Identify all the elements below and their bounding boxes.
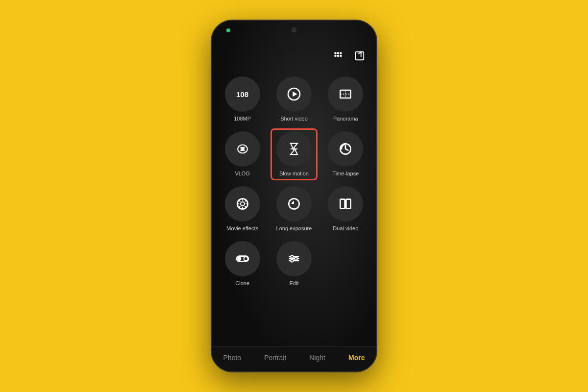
side-button-volume[interactable] <box>376 119 377 148</box>
svg-marker-9 <box>293 92 297 97</box>
mode-icon-time-lapse <box>328 131 363 167</box>
svg-point-5 <box>340 55 342 57</box>
mode-item-dual-video[interactable]: Dual video <box>320 186 371 231</box>
mode-icon-clone <box>225 241 260 276</box>
mode-icon-short-video <box>276 76 312 112</box>
mode-item-edit[interactable]: Edit <box>268 241 319 286</box>
svg-point-38 <box>291 259 293 262</box>
mode-item-time-lapse[interactable]: Time-lapse <box>320 131 371 176</box>
mode-item-slow-motion[interactable]: Slow motion <box>268 131 319 176</box>
mode-item-panorama[interactable]: Panorama <box>320 76 371 122</box>
mode-label-clone: Clone <box>235 280 249 286</box>
mode-icon-panorama <box>328 76 363 112</box>
svg-line-26 <box>239 206 240 208</box>
svg-point-18 <box>241 202 245 206</box>
side-button-power[interactable] <box>376 158 377 187</box>
mode-item-clone[interactable]: Clone <box>217 241 268 286</box>
phone-wrapper: 108 108MP Short video <box>211 20 377 372</box>
svg-point-31 <box>237 257 241 261</box>
svg-point-0 <box>334 52 337 54</box>
mode-item-108mp[interactable]: 108 108MP <box>217 76 268 122</box>
mode-icon-edit <box>276 241 312 276</box>
phone-screen: 108 108MP Short video <box>212 21 376 371</box>
mode-icon-movie-effects <box>225 186 260 221</box>
svg-point-37 <box>294 257 297 260</box>
mode-item-short-video[interactable]: Short video <box>268 76 319 122</box>
mode-label-vlog: VLOG <box>235 171 250 176</box>
mode-label-movie-effects: Movie effects <box>226 225 258 231</box>
svg-point-2 <box>340 52 342 54</box>
top-bar <box>212 21 376 45</box>
bottom-nav: Photo Portrait Night More <box>212 346 376 371</box>
svg-point-32 <box>244 257 247 261</box>
svg-line-23 <box>239 200 240 201</box>
camera-dot <box>226 28 230 32</box>
svg-point-4 <box>337 55 340 57</box>
nav-item-photo[interactable]: Photo <box>223 354 242 362</box>
mode-item-movie-effects[interactable]: Movie effects <box>217 186 268 231</box>
mode-label-panorama: Panorama <box>333 116 358 122</box>
mode-item-vlog[interactable]: VLOG <box>217 131 268 176</box>
svg-line-25 <box>245 200 246 201</box>
phone-frame: 108 108MP Short video <box>211 20 377 372</box>
mode-label-time-lapse: Time-lapse <box>332 171 359 176</box>
nav-item-portrait[interactable]: Portrait <box>264 354 286 362</box>
svg-line-24 <box>245 206 246 208</box>
mode-icon-slow-motion <box>276 131 312 167</box>
svg-point-3 <box>334 55 337 57</box>
grid-icon[interactable] <box>331 49 345 63</box>
mode-icon-108mp: 108 <box>225 76 260 112</box>
mode-label-dual-video: Dual video <box>333 225 358 231</box>
mode-label-long-exposure: Long exposure <box>276 225 312 231</box>
mode-label-short-video: Short video <box>280 116 308 122</box>
svg-rect-29 <box>346 199 351 209</box>
mode-label-108mp: 108MP <box>234 116 251 122</box>
modes-grid: 108 108MP Short video <box>212 67 376 346</box>
nav-item-more[interactable]: More <box>348 354 365 362</box>
mode-label-edit: Edit <box>290 280 299 286</box>
svg-point-36 <box>291 255 293 258</box>
mode-icon-vlog <box>225 131 260 167</box>
svg-rect-28 <box>341 199 345 209</box>
header-icons <box>212 45 376 67</box>
share-icon[interactable] <box>353 49 367 63</box>
mode-icon-dual-video <box>328 186 363 221</box>
mode-icon-long-exposure <box>276 186 312 221</box>
mode-label-slow-motion: Slow motion <box>279 171 309 176</box>
svg-point-1 <box>337 52 340 54</box>
nav-item-night[interactable]: Night <box>309 354 325 362</box>
mode-item-long-exposure[interactable]: Long exposure <box>268 186 319 231</box>
selfie-camera <box>292 27 296 32</box>
